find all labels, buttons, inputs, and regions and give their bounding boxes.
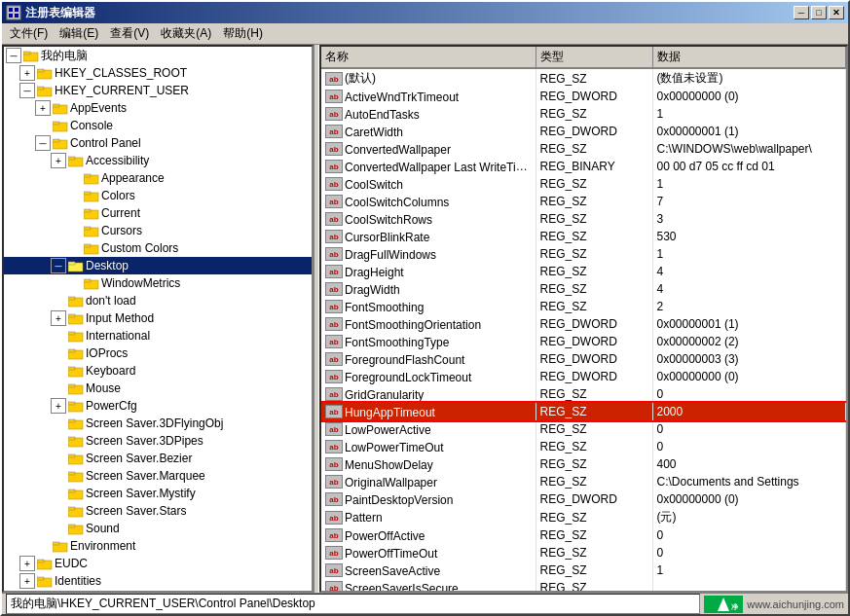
menu-edit[interactable]: 编辑(E): [54, 23, 104, 44]
tree-panel[interactable]: ─ 我的电脑 + HKEY_CLASSES_ROOT ─: [2, 45, 314, 593]
expander-control-panel[interactable]: ─: [35, 135, 51, 151]
tree-item-powercfg[interactable]: + PowerCfg: [4, 397, 312, 415]
reg-type-icon: ab: [325, 300, 343, 313]
expander-powercfg[interactable]: +: [51, 398, 66, 414]
table-row[interactable]: abOriginalWallpaperREG_SZC:\Documents an…: [321, 473, 846, 490]
table-row[interactable]: abCoolSwitchRowsREG_SZ3: [321, 210, 846, 228]
expander-keyboard-layout[interactable]: +: [19, 591, 35, 593]
tree-item-ss-mystify[interactable]: Screen Saver.Mystify: [4, 485, 312, 502]
tree-item-identities[interactable]: + Identities: [4, 572, 312, 590]
table-row[interactable]: abAutoEndTasksREG_SZ1: [321, 105, 846, 123]
menu-favorites[interactable]: 收藏夹(A): [155, 23, 217, 44]
tree-item-appevents[interactable]: + AppEvents: [4, 99, 312, 117]
table-row[interactable]: abPaintDesktopVersionREG_DWORD0x00000000…: [321, 490, 846, 508]
tree-item-ss-3d[interactable]: Screen Saver.3DFlyingObj: [4, 415, 312, 432]
table-row[interactable]: abConvertedWallpaper Last WriteTimeREG_B…: [321, 158, 846, 175]
tree-item-environment[interactable]: Environment: [4, 537, 312, 555]
table-row[interactable]: abCursorBlinkRateREG_SZ530: [321, 228, 846, 245]
reg-name: CoolSwitchRows: [345, 212, 432, 226]
svg-rect-2: [9, 14, 13, 18]
tree-item-control-panel[interactable]: ─ Control Panel: [4, 134, 312, 152]
tree-item-keyboard-layout[interactable]: + Keyboard Layout: [4, 590, 312, 593]
close-button[interactable]: ✕: [829, 6, 844, 19]
tree-item-windowmetrics[interactable]: WindowMetrics: [4, 274, 312, 292]
table-row[interactable]: ab(默认)REG_SZ(数值未设置): [321, 68, 846, 88]
tree-item-ss-stars[interactable]: Screen Saver.Stars: [4, 502, 312, 520]
table-row[interactable]: abFontSmoothingREG_SZ2: [321, 298, 846, 315]
menu-file[interactable]: 文件(F): [4, 23, 54, 44]
expander-identities[interactable]: +: [19, 573, 35, 589]
tree-item-keyboard[interactable]: Keyboard: [4, 362, 312, 380]
table-row[interactable]: abScreenSaverIsSecureREG_SZ: [321, 579, 846, 593]
reg-type-icon: ab: [325, 422, 343, 436]
table-row[interactable]: abMenuShowDelayREG_SZ400: [321, 455, 846, 473]
svg-rect-50: [68, 437, 75, 440]
expander-input-method[interactable]: +: [51, 310, 66, 326]
table-row[interactable]: abPowerOffTimeOutREG_SZ0: [321, 544, 846, 562]
menu-view[interactable]: 查看(V): [104, 23, 155, 44]
table-row[interactable]: abLowPowerTimeOutREG_SZ0: [321, 438, 846, 455]
svg-rect-26: [84, 227, 91, 230]
tree-item-ss-marquee[interactable]: Screen Saver.Marquee: [4, 467, 312, 485]
table-row[interactable]: abPatternREG_SZ(元): [321, 508, 846, 526]
expander-appevents[interactable]: +: [35, 100, 51, 116]
tree-item-ss-3dpipes[interactable]: Screen Saver.3DPipes: [4, 432, 312, 450]
table-row[interactable]: abGridGranularityREG_SZ0: [321, 385, 846, 403]
tree-item-mouse[interactable]: Mouse: [4, 380, 312, 397]
table-row[interactable]: abDragHeightREG_SZ4: [321, 263, 846, 280]
tree-item-appearance[interactable]: Appearance: [4, 169, 312, 187]
col-header-data[interactable]: 数据: [652, 47, 846, 68]
expander-accessibility[interactable]: +: [51, 153, 66, 168]
table-row[interactable]: abActiveWndTrkTimeoutREG_DWORD0x00000000…: [321, 88, 846, 105]
table-row[interactable]: abFontSmoothingTypeREG_DWORD0x00000002 (…: [321, 333, 846, 350]
tree-item-custom-colors[interactable]: Custom Colors: [4, 239, 312, 257]
col-header-name[interactable]: 名称: [321, 47, 536, 68]
col-header-type[interactable]: 类型: [536, 47, 652, 68]
table-row[interactable]: abCaretWidthREG_DWORD0x00000001 (1): [321, 123, 846, 140]
menu-help[interactable]: 帮助(H): [217, 23, 269, 44]
reg-name: ForegroundLockTimeout: [345, 370, 471, 383]
expander-my-computer[interactable]: ─: [6, 48, 21, 63]
tree-item-dontload[interactable]: don't load: [4, 292, 312, 309]
tree-item-sound[interactable]: Sound: [4, 520, 312, 537]
table-row[interactable]: abHungAppTimeoutREG_SZ2000: [321, 403, 846, 420]
table-row[interactable]: abScreenSaveActiveREG_SZ1: [321, 562, 846, 579]
tree-item-input-method[interactable]: + Input Method: [4, 309, 312, 327]
tree-item-classes-root[interactable]: + HKEY_CLASSES_ROOT: [4, 64, 312, 82]
tree-item-cursors[interactable]: Cursors: [4, 222, 312, 239]
tree-item-current-user[interactable]: ─ HKEY_CURRENT_USER: [4, 82, 312, 99]
tree-item-console[interactable]: Console: [4, 117, 312, 134]
table-row[interactable]: abConvertedWallpaperREG_SZC:\WINDOWS\web…: [321, 140, 846, 158]
table-row[interactable]: abCoolSwitchColumnsREG_SZ7: [321, 193, 846, 210]
tree-label-powercfg: PowerCfg: [86, 399, 137, 413]
svg-rect-14: [53, 122, 59, 125]
table-row[interactable]: abForegroundFlashCountREG_DWORD0x0000000…: [321, 350, 846, 368]
expander-eudc[interactable]: +: [19, 556, 35, 571]
tree-item-accessibility[interactable]: + Accessibility: [4, 152, 312, 169]
table-row[interactable]: abPowerOffActiveREG_SZ0: [321, 526, 846, 544]
tree-label-ss-stars: Screen Saver.Stars: [86, 504, 186, 518]
tree-item-international[interactable]: International: [4, 327, 312, 344]
tree-item-ioprocs[interactable]: IOProcs: [4, 344, 312, 362]
tree-item-desktop[interactable]: ─ Desktop: [4, 257, 312, 274]
tree-item-eudc[interactable]: + EUDC: [4, 555, 312, 572]
tree-item-my-computer[interactable]: ─ 我的电脑: [4, 47, 312, 64]
reg-type-icon: ab: [325, 563, 343, 577]
reg-data-cell: 0x00000001 (1): [652, 123, 846, 140]
table-row[interactable]: abDragFullWindowsREG_SZ1: [321, 245, 846, 263]
expander-desktop[interactable]: ─: [51, 258, 66, 273]
right-panel[interactable]: 名称 类型 数据 ab(默认)REG_SZ(数值未设置)abActiveWndT…: [319, 45, 848, 593]
table-row[interactable]: abDragWidthREG_SZ4: [321, 280, 846, 298]
table-row[interactable]: abLowPowerActiveREG_SZ0: [321, 420, 846, 438]
expander-current-user[interactable]: ─: [19, 83, 35, 98]
status-path: 我的电脑\HKEY_CURRENT_USER\Control Panel\Des…: [6, 594, 700, 614]
expander-classes-root[interactable]: +: [19, 65, 35, 81]
tree-item-colors[interactable]: Colors: [4, 187, 312, 204]
table-row[interactable]: abCoolSwitchREG_SZ1: [321, 175, 846, 193]
tree-item-current[interactable]: Current: [4, 204, 312, 222]
tree-item-ss-bezier[interactable]: Screen Saver.Bezier: [4, 450, 312, 467]
table-row[interactable]: abFontSmoothingOrientationREG_DWORD0x000…: [321, 315, 846, 333]
table-row[interactable]: abForegroundLockTimeoutREG_DWORD0x000000…: [321, 368, 846, 385]
maximize-button[interactable]: □: [811, 6, 827, 19]
minimize-button[interactable]: ─: [794, 6, 809, 19]
